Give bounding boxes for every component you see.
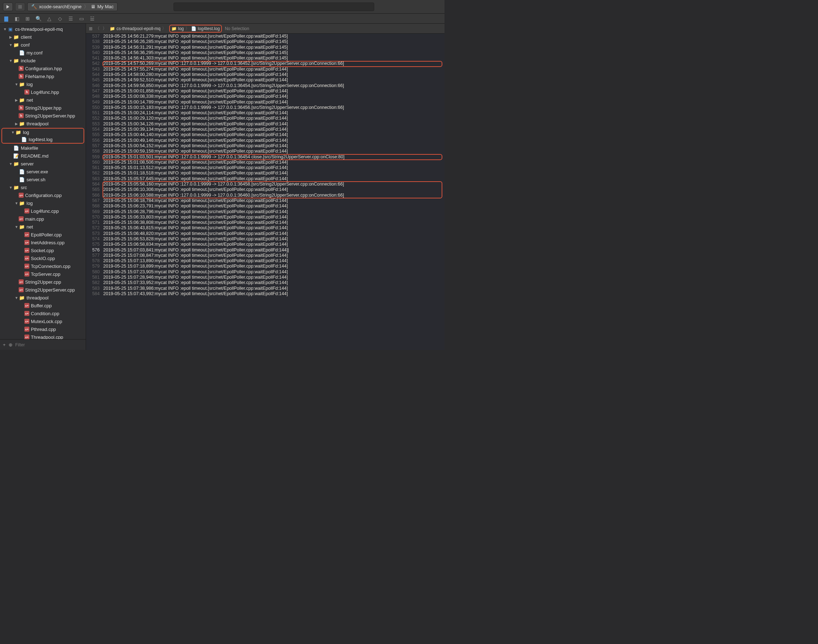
code-line[interactable]: 5742019-05-25 15:06:53,828:mycat INFO :e… [86,236,444,242]
scheme-selector[interactable]: 🔨 xcode-searchEngine 〉 🖥 My Mac [27,3,118,11]
tree-folder[interactable]: ▶📁threadpool [0,120,86,127]
code-line[interactable]: 5392019-05-25 14:56:31,291:mycat INFO :e… [86,45,444,50]
tree-folder[interactable]: ▶📁client [0,33,86,41]
file-tree[interactable]: ▼▣cs-threadpool-epoll-mq▶📁client▼📁conf📄m… [0,24,86,339]
code-line[interactable]: 5792019-05-25 15:07:18,899:mycat INFO :e… [86,264,444,269]
code-line[interactable]: 5662019-05-25 15:06:10,588:mycat INFO :1… [86,193,444,198]
code-line[interactable]: 5592019-05-25 15:01:03,501:mycat INFO :1… [86,154,444,160]
filter-icon[interactable]: ⊕ [9,342,12,347]
tree-folder[interactable]: ▼📁src [0,183,86,191]
crumb-root[interactable]: 📁 cs-threadpool-epoll-mq 〉 [110,25,166,32]
nav-report-icon[interactable]: ☱ [89,15,95,22]
tree-folder[interactable]: ▼📁conf [0,41,86,49]
tree-folder[interactable]: ▼📁log [0,199,86,207]
tree-folder[interactable]: ▼📁threadpool [0,294,86,302]
tree-file[interactable]: 📄Makefile [0,144,86,152]
code-line[interactable]: 5522019-05-25 15:00:29,120:mycat INFO :e… [86,116,444,121]
code-line[interactable]: 5472019-05-25 15:00:01,858:mycat INFO :e… [86,89,444,94]
code-line[interactable]: 5812019-05-25 15:07:28,946:mycat INFO :e… [86,275,444,280]
code-line[interactable]: 5622019-05-25 15:01:18,518:mycat INFO :e… [86,170,444,176]
code-line[interactable]: 5552019-05-25 15:00:44,140:mycat INFO :e… [86,132,444,138]
code-line[interactable]: 5492019-05-25 15:00:14,789:mycat INFO :e… [86,100,444,105]
tree-file[interactable]: c+String2Upper.cpp [0,278,86,286]
code-editor[interactable]: 5372019-05-25 14:56:21,279:mycat INFO :e… [86,34,444,350]
tree-file[interactable]: c+InetAddress.cpp [0,239,86,247]
code-line[interactable]: 5642019-05-25 15:05:58,160:mycat INFO :1… [86,182,444,187]
code-line[interactable]: 5772019-05-25 15:07:08,847:mycat INFO :e… [86,253,444,258]
stop-button[interactable] [15,3,25,11]
code-line[interactable]: 5702019-05-25 15:06:33,803:mycat INFO :e… [86,215,444,220]
tree-file[interactable]: hLog4func.hpp [0,88,86,96]
code-line[interactable]: 5782019-05-25 15:07:13,890:mycat INFO :e… [86,258,444,264]
code-line[interactable]: 5462019-05-25 14:59:56,850:mycat INFO :1… [86,83,444,89]
back-icon[interactable]: 〈 [95,25,100,32]
tree-file[interactable]: hString2Upper.hpp [0,104,86,112]
nav-find-icon[interactable]: 🔍 [35,15,42,22]
nav-debug-icon[interactable]: ☰ [68,15,74,22]
jump-bar[interactable]: ⊞ 〈 〉 📁 cs-threadpool-epoll-mq 〉 📁 log 〉… [86,24,444,34]
code-line[interactable]: 5762019-05-25 15:07:03,841:mycat INFO :e… [86,247,444,253]
code-line[interactable]: 5842019-05-25 15:07:43,992:mycat INFO :e… [86,291,444,297]
tree-folder[interactable]: ▼▣cs-threadpool-epoll-mq [0,25,86,33]
code-line[interactable]: 5572019-05-25 15:00:54,152:mycat INFO :e… [86,143,444,149]
tree-file[interactable]: c+Log4func.cpp [0,207,86,215]
tree-file[interactable]: 📝README.md [0,152,86,160]
code-line[interactable]: 5612019-05-25 15:01:13,512:mycat INFO :e… [86,165,444,170]
tree-file[interactable]: c+String2UpperServer.cpp [0,286,86,294]
tree-folder[interactable]: ▼📁include [0,57,86,64]
code-line[interactable]: 5442019-05-25 14:58:00,280:mycat INFO :e… [86,72,444,77]
tree-file[interactable]: hFileName.hpp [0,72,86,80]
forward-icon[interactable]: 〉 [103,25,107,32]
code-line[interactable]: 5672019-05-25 15:06:18,784:mycat INFO :e… [86,198,444,204]
nav-issue-icon[interactable]: △ [46,15,52,22]
code-line[interactable]: 5732019-05-25 15:06:48,820:mycat INFO :e… [86,231,444,236]
code-line[interactable]: 5532019-05-25 15:00:34,126:mycat INFO :e… [86,121,444,127]
code-line[interactable]: 5832019-05-25 15:07:38,986:mycat INFO :e… [86,286,444,291]
code-line[interactable]: 5562019-05-25 15:00:49,146:mycat INFO :e… [86,138,444,143]
tree-file[interactable]: c+Socket.cpp [0,247,86,254]
code-line[interactable]: 5412019-05-25 14:56:41,303:mycat INFO :e… [86,55,444,61]
tree-file[interactable]: c+EpollPoller.cpp [0,231,86,239]
nav-breakpoint-icon[interactable]: ▭ [78,15,85,22]
code-line[interactable]: 5432019-05-25 14:57:55,274:mycat INFO :e… [86,67,444,72]
code-line[interactable]: 5822019-05-25 15:07:33,952:mycat INFO :e… [86,280,444,285]
tree-file[interactable]: hConfiguration.hpp [0,64,86,72]
tree-file[interactable]: c+MutexLock.cpp [0,317,86,325]
code-line[interactable]: 5452019-05-25 14:59:52,510:mycat INFO :e… [86,77,444,83]
code-line[interactable]: 5712019-05-25 15:06:38,808:mycat INFO :e… [86,220,444,225]
code-line[interactable]: 5482019-05-25 15:00:08,338:mycat INFO :e… [86,94,444,99]
code-line[interactable]: 5582019-05-25 15:00:59,158:mycat INFO :e… [86,149,444,154]
code-line[interactable]: 5802019-05-25 15:07:23,905:mycat INFO :e… [86,269,444,275]
code-line[interactable]: 5682019-05-25 15:06:23,791:mycat INFO :e… [86,204,444,209]
tree-file[interactable]: 📄server.exe [0,168,86,175]
tree-file[interactable]: c+Configuration.cpp [0,191,86,199]
tree-folder[interactable]: ▼📁net [0,223,86,231]
code-line[interactable]: 5422019-05-25 14:57:50,269:mycat INFO :1… [86,61,444,66]
tree-folder[interactable]: ▼📁log [2,129,83,136]
code-line[interactable]: 5652019-05-25 15:06:10,306:mycat INFO :e… [86,187,444,192]
related-items-icon[interactable]: ⊞ [89,26,92,31]
code-line[interactable]: 5372019-05-25 14:56:21,279:mycat INFO :e… [86,34,444,39]
code-line[interactable]: 5722019-05-25 15:06:43,815:mycat INFO :e… [86,225,444,231]
tree-file[interactable]: c+TcpConnection.cpp [0,262,86,270]
code-line[interactable]: 5402019-05-25 14:56:36,295:mycat INFO :e… [86,50,444,55]
filter-input[interactable] [15,342,83,347]
code-line[interactable]: 5632019-05-25 15:05:57,645:mycat INFO :e… [86,176,444,182]
code-line[interactable]: 5382019-05-25 14:56:26,285:mycat INFO :e… [86,39,444,44]
run-button[interactable] [3,3,13,11]
tree-file[interactable]: c+main.cpp [0,215,86,223]
code-line[interactable]: 5502019-05-25 15:00:15,183:mycat INFO :1… [86,105,444,110]
code-line[interactable]: 5542019-05-25 15:00:39,134:mycat INFO :e… [86,127,444,132]
nav-project-icon[interactable]: ▇ [3,15,9,22]
tree-folder[interactable]: ▶📁net [0,96,86,104]
add-icon[interactable]: + [3,342,6,347]
tree-file[interactable]: c+Pthread.cpp [0,325,86,333]
tree-file[interactable]: c+TcpServer.cpp [0,270,86,278]
tree-folder[interactable]: ▼📁server [0,160,86,168]
tree-file[interactable]: c+Buffer.cpp [0,302,86,310]
code-line[interactable]: 5692019-05-25 15:06:28,796:mycat INFO :e… [86,209,444,215]
tree-file[interactable]: 📄log4test.log [2,136,83,143]
nav-source-icon[interactable]: ◧ [14,15,20,22]
tree-file[interactable]: 📄my.conf [0,49,86,57]
tree-folder[interactable]: ▼📁log [0,80,86,88]
